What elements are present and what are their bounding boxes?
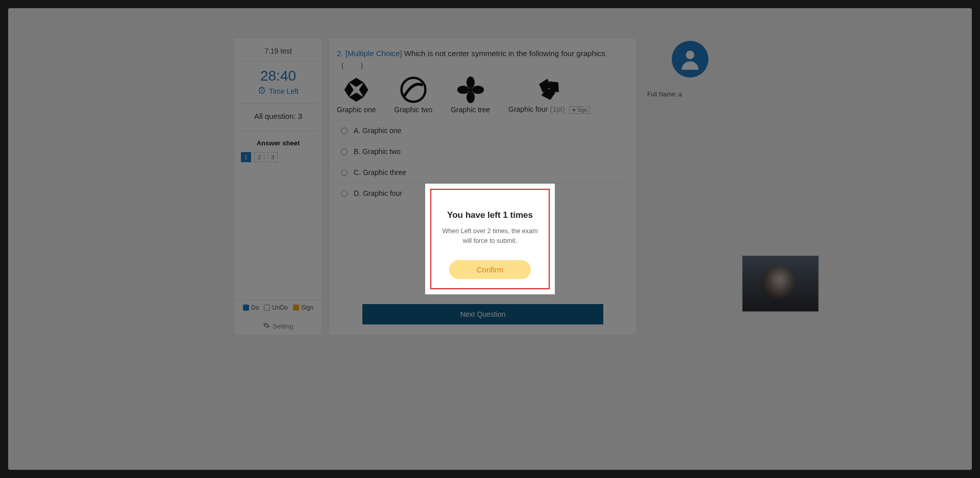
modal-overlay: You have left 1 times When Left over 2 t… (0, 0, 980, 478)
modal-title: You have left 1 times (439, 210, 541, 220)
confirm-button[interactable]: Confirm (449, 260, 531, 279)
modal-message: When Left over 2 times, the exam will fo… (439, 227, 541, 246)
warning-modal: You have left 1 times When Left over 2 t… (425, 184, 555, 294)
warning-modal-inner: You have left 1 times When Left over 2 t… (430, 189, 550, 289)
